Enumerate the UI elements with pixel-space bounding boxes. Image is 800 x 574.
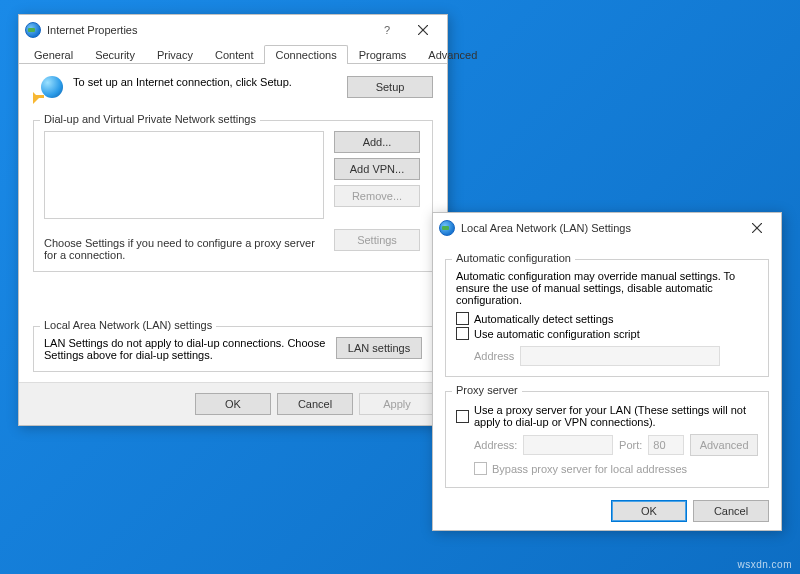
tab-strip: General Security Privacy Content Connect…	[19, 45, 447, 64]
checkbox-box	[456, 410, 469, 423]
dialog-buttons: OK Cancel Apply	[19, 382, 447, 425]
auto-script-label: Use automatic configuration script	[474, 328, 640, 340]
lan-groupbox: Local Area Network (LAN) settings LAN Se…	[33, 326, 433, 372]
tab-security[interactable]: Security	[84, 45, 146, 64]
window-title: Local Area Network (LAN) Settings	[461, 222, 631, 234]
proxy-address-input[interactable]	[523, 435, 613, 455]
internet-icon	[439, 220, 455, 236]
port-input[interactable]: 80	[648, 435, 684, 455]
tab-advanced[interactable]: Advanced	[417, 45, 488, 64]
ok-button[interactable]: OK	[611, 500, 687, 522]
dialup-legend: Dial-up and Virtual Private Network sett…	[40, 113, 260, 125]
proxy-groupbox: Proxy server Use a proxy server for your…	[445, 391, 769, 488]
script-address-input[interactable]	[520, 346, 720, 366]
proxy-legend: Proxy server	[452, 384, 522, 396]
lan-content: Automatic configuration Automatic config…	[433, 243, 781, 530]
help-button[interactable]: ?	[369, 16, 405, 44]
apply-button[interactable]: Apply	[359, 393, 435, 415]
window-title: Internet Properties	[47, 24, 138, 36]
connections-listbox[interactable]	[44, 131, 324, 219]
cancel-button[interactable]: Cancel	[277, 393, 353, 415]
tab-general[interactable]: General	[23, 45, 84, 64]
close-icon	[418, 25, 428, 35]
lan-legend: Local Area Network (LAN) settings	[40, 319, 216, 331]
internet-properties-window: Internet Properties ? General Security P…	[18, 14, 448, 426]
checkbox-box	[474, 462, 487, 475]
add-vpn-button[interactable]: Add VPN...	[334, 158, 420, 180]
settings-button[interactable]: Settings	[334, 229, 420, 251]
use-proxy-checkbox[interactable]: Use a proxy server for your LAN (These s…	[456, 404, 758, 428]
dialup-hint: Choose Settings if you need to configure…	[44, 237, 324, 261]
lan-settings-window: Local Area Network (LAN) Settings Automa…	[432, 212, 782, 531]
tab-panel: To set up an Internet connection, click …	[19, 64, 447, 382]
tab-privacy[interactable]: Privacy	[146, 45, 204, 64]
auto-detect-checkbox[interactable]: Automatically detect settings	[456, 312, 758, 325]
port-label: Port:	[619, 439, 642, 451]
address-label: Address	[474, 350, 514, 362]
tab-programs[interactable]: Programs	[348, 45, 418, 64]
dialup-groupbox: Dial-up and Virtual Private Network sett…	[33, 120, 433, 272]
globe-icon	[33, 76, 63, 106]
bypass-checkbox[interactable]: Bypass proxy server for local addresses	[474, 462, 758, 475]
add-button[interactable]: Add...	[334, 131, 420, 153]
cancel-button[interactable]: Cancel	[693, 500, 769, 522]
internet-icon	[25, 22, 41, 38]
auto-script-checkbox[interactable]: Use automatic configuration script	[456, 327, 758, 340]
watermark: wsxdn.com	[737, 559, 792, 570]
lan-settings-button[interactable]: LAN settings	[336, 337, 422, 359]
close-button[interactable]	[739, 214, 775, 242]
auto-config-groupbox: Automatic configuration Automatic config…	[445, 259, 769, 377]
advanced-button[interactable]: Advanced	[690, 434, 758, 456]
tab-connections[interactable]: Connections	[264, 45, 347, 64]
titlebar[interactable]: Internet Properties ?	[19, 15, 447, 45]
auto-config-desc: Automatic configuration may override man…	[456, 270, 758, 306]
proxy-address-row: Address: Port: 80 Advanced	[474, 434, 758, 456]
ok-button[interactable]: OK	[195, 393, 271, 415]
auto-detect-label: Automatically detect settings	[474, 313, 613, 325]
close-icon	[752, 223, 762, 233]
use-proxy-label: Use a proxy server for your LAN (These s…	[474, 404, 758, 428]
titlebar[interactable]: Local Area Network (LAN) Settings	[433, 213, 781, 243]
checkbox-box	[456, 327, 469, 340]
lan-hint: LAN Settings do not apply to dial-up con…	[44, 337, 326, 361]
close-button[interactable]	[405, 16, 441, 44]
proxy-address-label: Address:	[474, 439, 517, 451]
remove-button[interactable]: Remove...	[334, 185, 420, 207]
bypass-label: Bypass proxy server for local addresses	[492, 463, 687, 475]
tab-content[interactable]: Content	[204, 45, 265, 64]
setup-button[interactable]: Setup	[347, 76, 433, 98]
script-address-row: Address	[474, 346, 758, 366]
auto-config-legend: Automatic configuration	[452, 252, 575, 264]
dialog-buttons: OK Cancel	[445, 500, 769, 522]
checkbox-box	[456, 312, 469, 325]
setup-text: To set up an Internet connection, click …	[73, 76, 337, 88]
